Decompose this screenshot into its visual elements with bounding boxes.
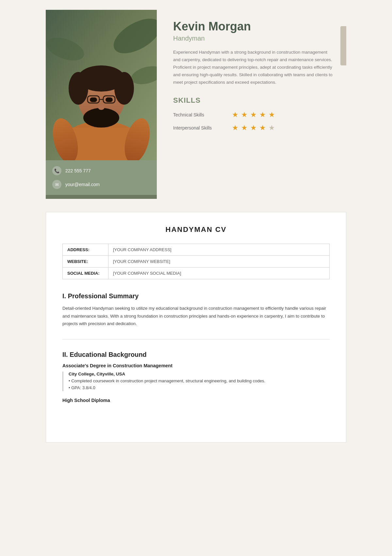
right-tab-decoration [340, 26, 346, 65]
star-4: ★ [259, 111, 266, 119]
website-value: [YOUR COMPANY WEBSITE] [108, 256, 219, 268]
social-label: SOCIAL MEDIA: [63, 268, 108, 279]
skill-row-technical: Technical Skills ★ ★ ★ ★ ★ [173, 111, 333, 119]
svg-point-10 [114, 72, 134, 105]
edu-entry-city-college: City College, Cityville, USA • Completed… [62, 372, 330, 391]
degree-heading: Associate's Degree in Construction Manag… [62, 363, 330, 368]
person-image [46, 10, 157, 160]
table-row: SOCIAL MEDIA: [YOUR COMPANY SOCIAL MEDIA… [63, 268, 330, 279]
educational-background-title: II. Educational Background [62, 351, 330, 358]
cv-photo [46, 10, 157, 160]
star-2: ★ [241, 111, 248, 119]
edu-detail-coursework: • Completed coursework in construction p… [69, 378, 330, 385]
school-name: City College, Cityville, USA [69, 372, 330, 376]
social-value: [YOUR COMPANY SOCIAL MEDIA] [108, 268, 219, 279]
high-school-heading: High School Diploma [62, 398, 330, 403]
bottom-stripe [46, 195, 157, 199]
contact-bar: 📞 222 555 777 ✉ your@email.com [46, 160, 157, 195]
social-empty [219, 268, 330, 279]
star-5: ★ [269, 111, 275, 119]
address-label: ADDRESS: [63, 244, 108, 256]
address-value: [YOUR COMPANY ADDRESS] [108, 244, 219, 256]
section-professional-summary: I. Professional Summary Detail-oriented … [62, 292, 330, 339]
svg-point-17 [98, 105, 105, 110]
email-contact: ✉ your@email.com [52, 180, 150, 189]
star-i1: ★ [232, 124, 238, 132]
table-row: ADDRESS: [YOUR COMPANY ADDRESS] [63, 244, 330, 256]
table-row: WEBSITE: [YOUR COMPANY WEBSITE] [63, 256, 330, 268]
phone-contact: 📞 222 555 777 [52, 166, 150, 175]
professional-summary-title: I. Professional Summary [62, 292, 330, 300]
svg-point-11 [83, 108, 119, 128]
phone-number: 222 555 777 [65, 168, 91, 173]
address-empty [219, 244, 330, 256]
document-section: HANDYMAN CV ADDRESS: [YOUR COMPANY ADDRE… [46, 212, 346, 443]
document-title: HANDYMAN CV [62, 225, 330, 234]
skill-label-technical: Technical Skills [173, 112, 225, 117]
email-icon: ✉ [52, 180, 61, 189]
svg-point-9 [69, 72, 88, 105]
svg-rect-13 [106, 97, 113, 102]
professional-summary-text: Detail-oriented Handyman seeking to util… [62, 304, 330, 328]
contact-info-table: ADDRESS: [YOUR COMPANY ADDRESS] WEBSITE:… [62, 244, 330, 279]
svg-rect-12 [90, 97, 97, 102]
skills-heading: SKILLS [173, 96, 333, 105]
person-title: Handyman [173, 35, 333, 42]
email-address: your@email.com [65, 182, 100, 187]
stars-interpersonal: ★ ★ ★ ★ ★ [232, 124, 275, 132]
skill-row-interpersonal: Interpersonal Skills ★ ★ ★ ★ ★ [173, 124, 333, 132]
website-label: WEBSITE: [63, 256, 108, 268]
person-summary: Experienced Handyman with a strong backg… [173, 49, 333, 86]
cv-left-panel: 📞 222 555 777 ✉ your@email.com [46, 10, 157, 199]
edu-detail-gpa: • GPA: 3.8/4.0 [69, 385, 330, 391]
phone-icon: 📞 [52, 166, 61, 175]
star-1: ★ [232, 111, 238, 119]
website-empty [219, 256, 330, 268]
cv-right-panel: Kevin Morgan Handyman Experienced Handym… [157, 10, 346, 199]
star-3: ★ [250, 111, 257, 119]
section-educational-background: II. Educational Background Associate's D… [62, 351, 330, 418]
person-name: Kevin Morgan [173, 20, 333, 33]
high-school-block: High School Diploma [62, 398, 330, 403]
star-i2: ★ [241, 124, 248, 132]
star-i5: ★ [269, 124, 275, 132]
star-i4: ★ [259, 124, 266, 132]
skill-label-interpersonal: Interpersonal Skills [173, 125, 225, 130]
stars-technical: ★ ★ ★ ★ ★ [232, 111, 275, 119]
star-i3: ★ [250, 124, 257, 132]
